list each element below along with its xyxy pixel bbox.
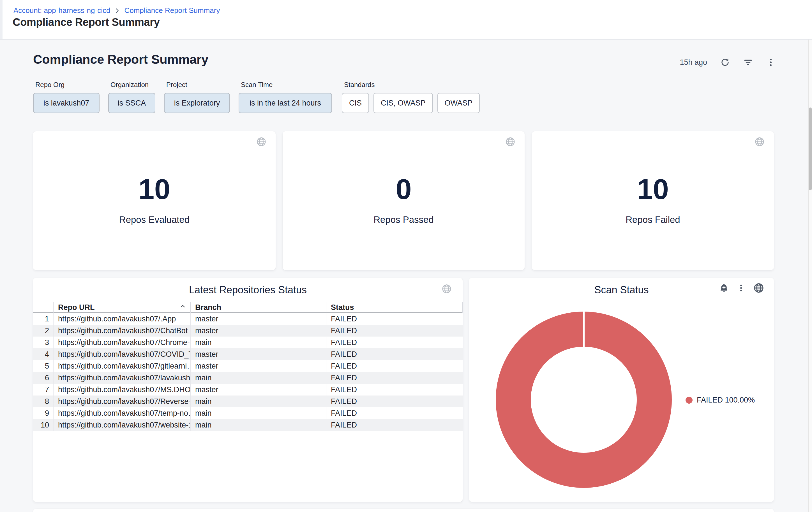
vertical-scrollbar-thumb[interactable]: [809, 108, 812, 190]
breadcrumb-account-link[interactable]: Account: app-harness-ng-cicd: [13, 6, 110, 15]
row-number: 9: [33, 407, 53, 419]
branch-cell: master: [190, 384, 326, 396]
status-cell: FAILED: [326, 384, 463, 396]
table-row: 5 https://github.com/lavakush07/gitlearn…: [33, 360, 463, 372]
donut-slice-boundary: [583, 312, 585, 348]
metric-value: 0: [283, 173, 525, 206]
row-number: 10: [33, 419, 53, 431]
latest-repositories-status-card: Latest Repositories Status Repo URL Bran…: [33, 278, 463, 502]
branch-cell: master: [190, 360, 326, 372]
page-title: Compliance Report Summary: [12, 16, 160, 28]
filter-chip-organization[interactable]: is SSCA: [108, 93, 155, 113]
table-row: 4 https://github.com/lavakush07/COVID_T……: [33, 348, 463, 360]
status-cell: FAILED: [326, 419, 463, 431]
metric-card-repos-passed: 0 Repos Passed: [283, 131, 525, 270]
row-number: 5: [33, 360, 53, 372]
column-header-repo-url[interactable]: Repo URL: [53, 302, 190, 313]
row-number: 3: [33, 336, 53, 348]
status-cell: FAILED: [326, 407, 463, 419]
more-vert-icon[interactable]: [736, 284, 746, 293]
filter-chip-scan-time[interactable]: is in the last 24 hours: [239, 93, 332, 113]
row-number: 7: [33, 384, 53, 396]
filter-scan-time: Scan Time is in the last 24 hours: [239, 81, 332, 113]
filter-chip-standards-owasp[interactable]: OWASP: [437, 93, 480, 113]
donut-hole: [531, 347, 637, 453]
repo-url-cell: https://github.com/lavakush07/.App: [53, 313, 190, 325]
repo-url-cell: https://github.com/lavakush07/temp-no…: [53, 407, 190, 419]
branch-cell: main: [190, 407, 326, 419]
filter-chip-standards-cis-owasp[interactable]: CIS, OWASP: [374, 93, 433, 113]
branch-cell: main: [190, 396, 326, 407]
repo-url-cell: https://github.com/lavakush07/Chrome-…: [53, 336, 190, 348]
scan-card-actions: [719, 282, 764, 294]
metric-value: 10: [532, 173, 774, 206]
branch-cell: main: [190, 372, 326, 384]
vertical-scrollbar-track: [808, 39, 812, 512]
table-card-title: Latest Repositories Status: [33, 284, 463, 296]
table-row: 1 https://github.com/lavakush07/.App mas…: [33, 313, 463, 325]
last-refresh-time: 15h ago: [680, 58, 707, 67]
branch-cell: master: [190, 348, 326, 360]
status-cell: FAILED: [326, 396, 463, 407]
legend-label: FAILED 100.00%: [697, 396, 755, 404]
column-header-status[interactable]: Status: [326, 302, 463, 313]
filter-chip-project[interactable]: is Exploratory: [164, 93, 230, 113]
branch-cell: main: [190, 336, 326, 348]
table-row: 10 https://github.com/lavakush07/website…: [33, 419, 463, 431]
metric-label: Repos Evaluated: [33, 214, 276, 225]
metric-value: 10: [33, 173, 276, 206]
row-number: 6: [33, 372, 53, 384]
column-header-label: Status: [331, 303, 354, 312]
breadcrumb-page-link[interactable]: Compliance Report Summary: [124, 6, 220, 15]
sort-asc-icon: [179, 303, 186, 312]
more-vert-icon[interactable]: [766, 57, 776, 67]
scan-status-donut-chart: [496, 312, 672, 488]
filter-icon[interactable]: [743, 57, 753, 68]
column-header-branch[interactable]: Branch: [190, 302, 326, 313]
repo-url-cell: https://github.com/lavakush07/Reverse-…: [53, 396, 190, 407]
globe-icon: [441, 284, 452, 294]
table-header-row: Repo URL Branch Status: [33, 302, 463, 313]
filter-standards: Standards CIS CIS, OWASP OWASP: [342, 81, 480, 113]
dashboard-toolbar: 15h ago: [680, 55, 776, 70]
table-row: 8 https://github.com/lavakush07/Reverse-…: [33, 396, 463, 407]
row-number: 4: [33, 348, 53, 360]
table-row: 6 https://github.com/lavakush07/lavakush…: [33, 372, 463, 384]
globe-icon: [753, 282, 764, 294]
globe-icon: [754, 136, 765, 147]
filter-chip-standards-cis[interactable]: CIS: [342, 93, 369, 113]
branch-cell: main: [190, 419, 326, 431]
alert-bell-icon[interactable]: [719, 283, 729, 293]
filter-label: Standards: [342, 81, 480, 89]
compliance-report-dashboard: Account: app-harness-ng-cicd Compliance …: [0, 0, 812, 512]
status-cell: FAILED: [326, 325, 463, 336]
legend-color-dot: [686, 397, 693, 404]
status-cell: FAILED: [326, 372, 463, 384]
status-cell: FAILED: [326, 313, 463, 325]
filter-label: Scan Time: [239, 81, 332, 89]
metric-label: Repos Passed: [283, 214, 525, 225]
dashboard-title: Compliance Report Summary: [33, 52, 208, 67]
filter-label: Project: [164, 81, 230, 89]
status-cell: FAILED: [326, 336, 463, 348]
table-row: 9 https://github.com/lavakush07/temp-no……: [33, 407, 463, 419]
filter-label: Repo Org: [33, 81, 99, 89]
filter-chip-repo-org[interactable]: is lavakush07: [33, 93, 99, 113]
column-header-label: Repo URL: [58, 303, 95, 312]
breadcrumb: Account: app-harness-ng-cicd Compliance …: [13, 6, 220, 15]
branch-cell: master: [190, 313, 326, 325]
repo-url-cell: https://github.com/lavakush07/COVID_T…: [53, 348, 190, 360]
metric-label: Repos Failed: [532, 214, 774, 225]
nav-edge: [0, 0, 2, 39]
repo-url-cell: https://github.com/lavakush07/ChatBot: [53, 325, 190, 336]
table-body: 1 https://github.com/lavakush07/.App mas…: [33, 313, 463, 431]
repo-url-cell: https://github.com/lavakush07/MS.DHO…: [53, 384, 190, 396]
status-cell: FAILED: [326, 348, 463, 360]
refresh-icon[interactable]: [720, 57, 730, 68]
metric-card-repos-failed: 10 Repos Failed: [532, 131, 774, 270]
chevron-right-icon: [114, 7, 120, 14]
repo-url-cell: https://github.com/lavakush07/website-1: [53, 419, 190, 431]
globe-icon: [256, 136, 267, 147]
row-number: 2: [33, 325, 53, 336]
legend-item-failed[interactable]: FAILED 100.00%: [686, 396, 755, 404]
